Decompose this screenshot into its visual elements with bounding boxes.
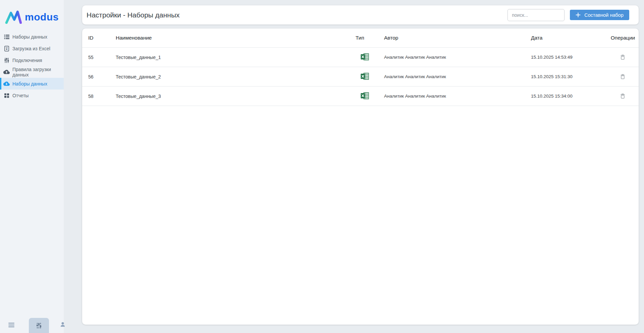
cell-name: Тестовые_данные_3 — [116, 87, 356, 106]
excel-type-icon — [361, 92, 369, 99]
search-input[interactable] — [507, 9, 565, 21]
sidebar-item-label: Наборы данных — [12, 34, 47, 40]
datasets-table: ID Наименование Тип Автор Дата Операции … — [82, 29, 639, 106]
sidebar-item-load-rules[interactable]: Правила загрузки данных — [0, 66, 64, 78]
cell-date: 15.10.2025 15:34:00 — [531, 87, 607, 106]
sidebar-item-reports[interactable]: Отчеты — [0, 90, 64, 101]
compose-set-button[interactable]: Составной набор — [570, 10, 629, 20]
cell-author: Аналитик Аналитик Аналитик — [384, 87, 531, 106]
page-header: Настройки - Наборы данных Составной набо… — [82, 5, 639, 24]
sidebar-item-label: Отчеты — [12, 93, 29, 98]
cell-date: 15.10.2025 15:31:30 — [531, 67, 607, 87]
sidebar-item-label: Наборы данных — [12, 81, 47, 87]
hamburger-icon[interactable] — [8, 322, 15, 329]
excel-file-icon: x — [3, 45, 10, 52]
delete-button[interactable] — [619, 73, 627, 80]
cell-operations — [607, 48, 639, 67]
logo: modus — [0, 0, 64, 26]
column-header-author: Автор — [384, 29, 531, 48]
delete-button[interactable] — [619, 92, 627, 100]
main-content: Настройки - Наборы данных Составной набо… — [64, 0, 644, 333]
column-header-id: ID — [82, 29, 116, 48]
column-header-name: Наименование — [116, 29, 356, 48]
cloud-download-icon — [3, 80, 10, 87]
sidebar-item-label: Правила загрузки данных — [12, 67, 64, 77]
sliders-icon — [36, 322, 42, 329]
table-row[interactable]: 56 Тестовые_данные_2 — [82, 67, 639, 87]
sidebar-item-datasets-list[interactable]: Наборы данных — [0, 31, 64, 43]
cell-type — [356, 67, 384, 87]
sidebar: modus Наборы данных x — [0, 0, 64, 333]
trash-icon — [620, 76, 626, 81]
column-header-operations: Операции — [607, 29, 639, 48]
compose-set-button-label: Составной набор — [584, 12, 624, 18]
plus-icon — [576, 12, 581, 17]
excel-type-icon — [361, 53, 369, 60]
cell-id: 56 — [82, 67, 116, 87]
sidebar-item-label: Подключения — [12, 58, 42, 63]
table-row[interactable]: 58 Тестовые_данные_3 — [82, 87, 639, 106]
cell-type — [356, 48, 384, 67]
user-icon[interactable] — [59, 321, 66, 329]
cell-id: 55 — [82, 48, 116, 67]
datasets-table-card: ID Наименование Тип Автор Дата Операции … — [82, 29, 639, 325]
cell-date: 15.10.2025 14:53:49 — [531, 48, 607, 67]
trash-icon — [620, 95, 626, 100]
delete-button[interactable] — [619, 53, 627, 61]
page-title: Настройки - Наборы данных — [87, 11, 180, 19]
modus-logo-icon — [5, 10, 22, 24]
table-header-row: ID Наименование Тип Автор Дата Операции — [82, 29, 639, 48]
app-root: modus Наборы данных x — [0, 0, 644, 333]
cell-name: Тестовые_данные_2 — [116, 67, 356, 87]
table-row[interactable]: 55 Тестовые_данные_1 — [82, 48, 639, 67]
sidebar-item-datasets[interactable]: Наборы данных — [0, 78, 64, 90]
settings-sliders-button[interactable] — [29, 318, 49, 333]
column-header-type: Тип — [356, 29, 384, 48]
grid-icon — [3, 92, 10, 99]
excel-type-icon — [361, 73, 369, 80]
sidebar-item-excel-upload[interactable]: x Загрузка из Excel — [0, 43, 64, 54]
cell-name: Тестовые_данные_1 — [116, 48, 356, 67]
sidebar-nav: Наборы данных x Загрузка из Excel — [0, 31, 64, 101]
sidebar-footer — [0, 318, 64, 333]
cell-operations — [607, 87, 639, 106]
cell-author: Аналитик Аналитик Аналитик — [384, 48, 531, 67]
sliders-icon — [3, 57, 10, 63]
cloud-upload-icon — [3, 69, 10, 75]
svg-text:x: x — [6, 47, 8, 51]
logo-wordmark: modus — [25, 12, 59, 22]
trash-icon — [620, 56, 626, 61]
column-header-date: Дата — [531, 29, 607, 48]
cell-author: Аналитик Аналитик Аналитик — [384, 67, 531, 87]
cell-id: 58 — [82, 87, 116, 106]
cell-type — [356, 87, 384, 106]
sidebar-item-label: Загрузка из Excel — [12, 46, 50, 51]
list-icon — [3, 34, 10, 40]
sidebar-item-connections[interactable]: Подключения — [0, 54, 64, 66]
cell-operations — [607, 67, 639, 87]
